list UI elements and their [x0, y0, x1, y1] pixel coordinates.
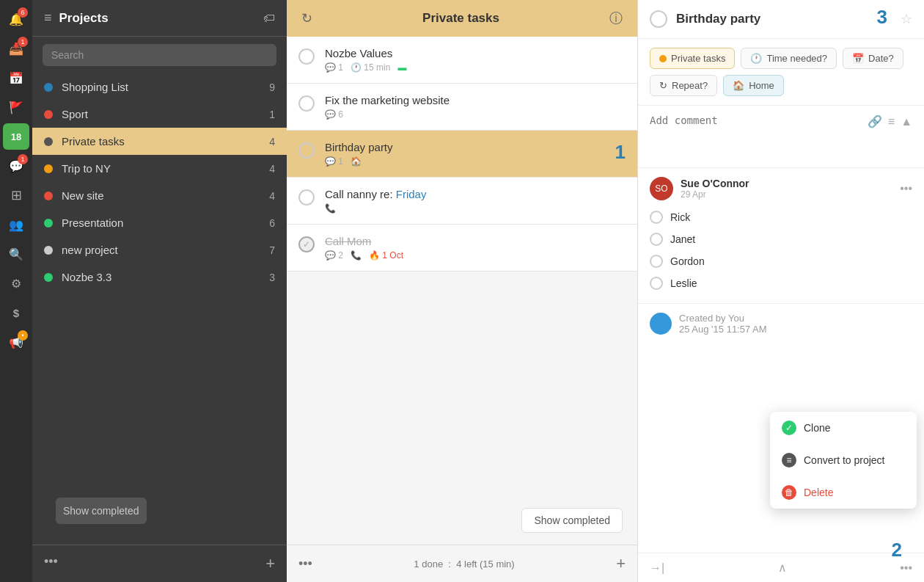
checklist-radio[interactable] — [650, 255, 663, 268]
sidebar-footer: ••• + — [32, 545, 287, 582]
task-detail-title: Birthday party — [676, 12, 901, 26]
task-checkbox[interactable]: ✓ — [298, 236, 315, 252]
created-by-section: Created by You 25 Aug '15 11:57 AM — [638, 304, 924, 343]
task-checkbox[interactable] — [298, 95, 315, 112]
comment-count: 💬 6 — [325, 109, 343, 120]
sidebar-title: Projects — [59, 11, 263, 26]
sidebar-item-new-project[interactable]: new project 7 — [32, 236, 287, 263]
flag-icon[interactable]: 🚩 — [3, 94, 29, 120]
task-list-add-button[interactable]: + — [616, 554, 626, 573]
refresh-icon[interactable]: ↻ — [301, 10, 312, 26]
comment-count: 💬 1 — [325, 62, 343, 73]
task-detail-checkbox[interactable] — [650, 10, 667, 28]
icon-bar: 🔔 6 📥 1 📅 🚩 18 💬 1 ⊞ 👥 🔍 ⚙ $ 📢 • — [0, 0, 32, 582]
clone-label: Clone — [804, 422, 831, 434]
task-content: Call Mom 💬 2📞🔥 1 Oct — [325, 235, 626, 261]
chat-icon[interactable]: 💬 1 — [3, 153, 29, 179]
calendar-small-icon: 📅 — [852, 53, 864, 64]
task-meta-row: Private tasks 🕐 Time needed? 📅 Date? ↻ R… — [638, 39, 924, 106]
sidebar-add-button[interactable]: + — [265, 554, 275, 573]
clock-icon: 🕐 — [750, 53, 762, 64]
clone-menu-item[interactable]: ✓ Clone — [770, 412, 917, 444]
delete-menu-item[interactable]: 🗑 Delete — [770, 476, 917, 509]
task-location-label: Home — [749, 80, 774, 91]
task-checkbox[interactable] — [298, 189, 315, 205]
calendar-icon[interactable]: 📅 — [3, 65, 29, 91]
megaphone-icon[interactable]: 📢 • — [3, 329, 29, 355]
sidebar-item-trip-to-ny[interactable]: Trip to NY 4 — [32, 155, 287, 182]
sidebar-item-new-site[interactable]: New site 4 — [32, 182, 287, 209]
inbox-icon[interactable]: 📥 1 — [3, 35, 29, 62]
task-comment-area: 🔗 ≡ ▲ — [638, 106, 924, 168]
sidebar-item-shopping-list[interactable]: Shopping List 9 — [32, 73, 287, 101]
date-icon[interactable]: 18 — [3, 123, 29, 150]
show-completed-mid-button[interactable]: Show completed — [521, 508, 623, 533]
task-item[interactable]: Nozbe Values 💬 1🕐 15 min▬ — [287, 37, 637, 84]
task-list-status: 1 done : 4 left (15 min) — [414, 559, 514, 570]
sidebar-footer-dots[interactable]: ••• — [44, 554, 58, 573]
sidebar-item-private-tasks[interactable]: Private tasks 4 — [32, 128, 287, 155]
task-list-footer: ••• 1 done : 4 left (15 min) + — [287, 545, 637, 582]
task-detail-panel: 3 Birthday party ☆ Private tasks 🕐 Time … — [638, 0, 924, 582]
dollar-icon[interactable]: $ — [3, 299, 29, 326]
convert-project-menu-item[interactable]: ≡ Convert to project — [770, 444, 917, 476]
search-input[interactable] — [43, 44, 276, 66]
task-checkbox[interactable] — [298, 142, 315, 159]
checklist-item: Gordon — [650, 250, 912, 272]
task-checkbox[interactable] — [298, 48, 315, 65]
task-date-label: Date? — [868, 53, 894, 64]
project-dot — [44, 137, 53, 146]
task-item[interactable]: Call nanny re: Friday 📞 — [287, 178, 637, 225]
checklist-radio[interactable] — [650, 277, 663, 290]
task-project-pill[interactable]: Private tasks — [650, 48, 735, 69]
notification-icon[interactable]: 🔔 6 — [3, 6, 29, 32]
detail-more-button[interactable]: ••• — [900, 561, 912, 575]
people-icon[interactable]: 👥 — [3, 211, 29, 238]
list-icon[interactable]: ≡ — [888, 115, 895, 128]
task-items-container: Nozbe Values 💬 1🕐 15 min▬ Fix the market… — [287, 37, 637, 496]
task-detail-footer: →| ∧ ••• — [638, 553, 924, 582]
task-repeat-label: Repeat? — [672, 80, 708, 91]
sidebar-item-sport[interactable]: Sport 1 — [32, 101, 287, 128]
task-item[interactable]: Fix the marketing website 💬 6 — [287, 84, 637, 131]
task-item[interactable]: ✓ Call Mom 💬 2📞🔥 1 Oct — [287, 225, 637, 272]
tag-icon[interactable]: 🏷 — [263, 12, 275, 25]
project-icon: ≡ — [782, 453, 796, 468]
task-title: Birthday party — [325, 141, 615, 153]
context-menu: ✓ Clone ≡ Convert to project 🗑 Delete — [770, 412, 917, 509]
task-list-footer-dots[interactable]: ••• — [298, 556, 312, 572]
task-item[interactable]: Birthday party 💬 1🏠 1 — [287, 131, 637, 178]
settings-icon[interactable]: ⚙ — [3, 270, 29, 297]
sidebar-menu-icon: ≡ — [44, 10, 52, 26]
task-location-pill[interactable]: 🏠 Home — [723, 75, 784, 96]
checklist: Rick Janet Gordon Leslie — [650, 206, 912, 294]
collapse-button[interactable]: ∧ — [778, 561, 787, 575]
task-repeat-pill[interactable]: ↻ Repeat? — [650, 75, 717, 96]
task-content: Fix the marketing website 💬 6 — [325, 94, 626, 120]
task-meta: 💬 1🏠 — [325, 156, 615, 167]
checklist-label: Gordon — [670, 255, 705, 267]
search-icon[interactable]: 🔍 — [3, 241, 29, 267]
show-completed-button[interactable]: Show completed — [56, 498, 147, 524]
fire-indicator: 🔥 1 Oct — [369, 250, 403, 261]
move-forward-button[interactable]: →| — [650, 561, 664, 575]
task-star-button[interactable]: ☆ — [901, 11, 912, 27]
checklist-radio[interactable] — [650, 233, 663, 246]
info-icon[interactable]: ⓘ — [609, 10, 623, 27]
attach-icon[interactable]: 🔗 — [868, 114, 882, 128]
project-name: Trip to NY — [62, 162, 269, 175]
comment-input[interactable] — [650, 114, 862, 159]
flag-indicator: ▬ — [397, 62, 406, 73]
task-date-pill[interactable]: 📅 Date? — [843, 48, 903, 69]
sidebar-item-presentation[interactable]: Presentation 6 — [32, 209, 287, 236]
priority-3-indicator: 3 — [877, 6, 887, 29]
sidebar-header: ≡ Projects 🏷 — [32, 0, 287, 37]
checklist-radio[interactable] — [650, 211, 663, 224]
task-time-pill[interactable]: 🕐 Time needed? — [741, 48, 837, 69]
activity-more-button[interactable]: ••• — [900, 182, 912, 195]
upload-icon[interactable]: ▲ — [901, 115, 912, 128]
project-count: 7 — [269, 244, 275, 256]
grid-icon[interactable]: ⊞ — [3, 182, 29, 208]
left-count: 4 left (15 min) — [456, 559, 514, 570]
sidebar-item-nozbe-3.3[interactable]: Nozbe 3.3 3 — [32, 263, 287, 291]
